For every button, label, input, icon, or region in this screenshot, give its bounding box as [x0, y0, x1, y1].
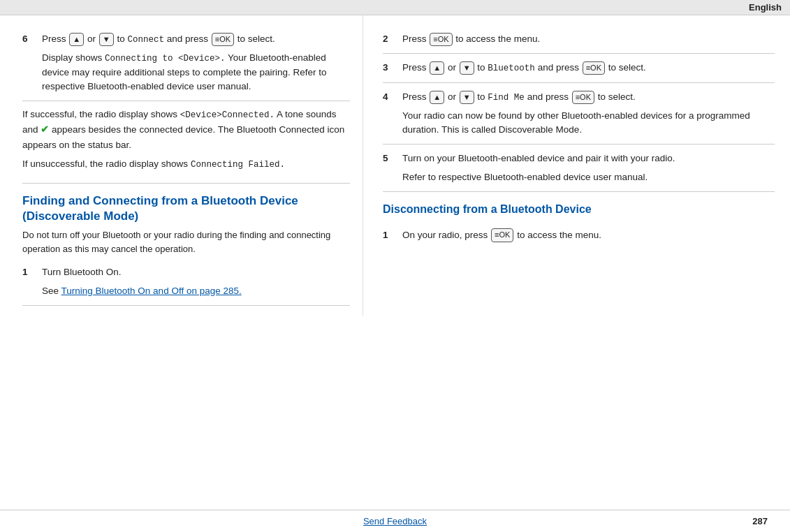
step-5-number: 5 — [383, 152, 402, 163]
step2-to-access: to access the menu. — [455, 34, 540, 44]
step-r1-number: 1 — [383, 228, 402, 240]
step4-up-btn[interactable]: ▲ — [430, 91, 444, 104]
see-label: See — [42, 286, 61, 296]
body-after-step6: If successful, the radio display shows <… — [22, 101, 350, 184]
step4-findme-mono: Find Me — [488, 93, 525, 103]
step6-connect-mono: Connect — [127, 35, 164, 45]
step4-and-press: and press — [527, 91, 571, 102]
step3-to-select: to select. — [608, 62, 646, 73]
step4-ok-btn[interactable]: ≡OK — [572, 91, 594, 104]
device-connected-mono: <Device>Connected. — [180, 110, 275, 120]
step6-display-shows: Display shows — [42, 52, 105, 63]
sub-step-1-row: 1 Turn Bluetooth On. See Turning Bluetoo… — [22, 263, 350, 306]
step5-para1: Turn on your Bluetooth-enabled device an… — [402, 152, 775, 165]
step3-or: or — [448, 62, 459, 73]
step3-down-btn[interactable]: ▼ — [460, 61, 474, 75]
step6-ok-btn[interactable]: ≡OK — [212, 33, 234, 46]
caution-text: Do not turn off your Bluetooth or your r… — [22, 228, 350, 256]
step4-press-label: Press — [402, 91, 429, 102]
step-6-number: 6 — [22, 32, 42, 44]
step3-to: to — [477, 62, 488, 73]
step3-and-press: and press — [538, 62, 582, 73]
step-3-number: 3 — [383, 61, 402, 73]
turn-bluetooth-on-label: Turn Bluetooth On. — [42, 267, 122, 277]
finding-heading: Finding and Connecting from a Bluetooth … — [22, 193, 350, 224]
step-4-number: 4 — [383, 90, 402, 102]
step-2-row: 2 Press ≡OK to access the menu. — [383, 25, 775, 54]
step6-down-btn[interactable]: ▼ — [99, 33, 114, 46]
connecting-failed-mono: Connecting Failed. — [191, 160, 285, 170]
step4-to: to — [477, 91, 488, 102]
page-number: 287 — [752, 516, 768, 526]
step-2-content: Press ≡OK to access the menu. — [402, 32, 775, 46]
step-6-row: 6 Press ▲ or ▼ to Connect and press ≡OK … — [22, 25, 350, 101]
disconnecting-section: Disconnecting from a Bluetooth Device 1 … — [383, 192, 775, 249]
step3-bluetooth-mono: Bluetooth — [488, 64, 535, 73]
step6-press-label: Press — [42, 34, 66, 44]
sub-step-1-content: Turn Bluetooth On. See Turning Bluetooth… — [42, 265, 350, 298]
sub-step-1-number: 1 — [22, 265, 42, 277]
step-r1-content: On your radio, press ≡OK to access the m… — [402, 228, 775, 242]
appears-label: appears besides the connected device. Th… — [22, 124, 344, 150]
step6-connecting-mono: Connecting to <Device>. — [105, 54, 226, 64]
step-5-row: 5 Turn on your Bluetooth-enabled device … — [383, 145, 775, 192]
step2-ok-btn[interactable]: ≡OK — [430, 33, 452, 46]
left-column: 6 Press ▲ or ▼ to Connect and press ≡OK … — [0, 15, 363, 316]
step-r1-row: 1 On your radio, press ≡OK to access the… — [383, 221, 775, 249]
step4-to-select: to select. — [598, 91, 636, 102]
disconnecting-heading: Disconnecting from a Bluetooth Device — [383, 203, 775, 216]
step-r1-to-access: to access the menu. — [517, 230, 601, 240]
step6-up-btn[interactable]: ▲ — [69, 33, 84, 46]
finding-section: Finding and Connecting from a Bluetooth … — [22, 184, 350, 306]
step-3-content: Press ▲ or ▼ to Bluetooth and press ≡OK … — [402, 61, 775, 75]
step5-para2: Refer to respective Bluetooth-enabled de… — [402, 170, 775, 184]
send-feedback-link[interactable]: Send Feedback — [363, 516, 427, 526]
step6-or-1: or — [87, 34, 96, 44]
step-r1-on-your-radio: On your radio, press — [402, 230, 490, 240]
step6-and-press: and press — [167, 34, 208, 44]
right-column: 2 Press ≡OK to access the menu. 3 Press … — [363, 15, 790, 316]
step-6-content: Press ▲ or ▼ to Connect and press ≡OK to… — [42, 32, 350, 94]
step4-or: or — [448, 91, 459, 102]
step-r1-ok-btn[interactable]: ≡OK — [491, 228, 513, 242]
if-unsuccessful-label: If unsuccessful, the radio display shows — [22, 158, 191, 169]
footer: Send Feedback 287 — [0, 510, 790, 532]
step3-ok-btn[interactable]: ≡OK — [583, 61, 605, 75]
step6-to-select: to select. — [237, 34, 275, 44]
if-successful-label: If successful, the radio display shows — [22, 109, 180, 119]
step6-to-label: to — [117, 34, 127, 44]
step-5-content: Turn on your Bluetooth-enabled device an… — [402, 152, 775, 184]
step4-down-btn[interactable]: ▼ — [460, 91, 474, 104]
step3-up-btn[interactable]: ▲ — [430, 61, 444, 75]
step4-discoverable-text: Your radio can now be found by other Blu… — [402, 109, 775, 138]
step3-press-label: Press — [402, 62, 429, 73]
top-bar: English — [0, 0, 790, 15]
step-2-number: 2 — [383, 32, 402, 44]
language-label: English — [749, 2, 782, 13]
bluetooth-page-link[interactable]: Turning Bluetooth On and Off on page 285… — [61, 286, 242, 296]
checkmark-icon: ✔ — [41, 124, 49, 135]
step-3-row: 3 Press ▲ or ▼ to Bluetooth and press ≡O… — [383, 54, 775, 83]
step-4-content: Press ▲ or ▼ to Find Me and press ≡OK to… — [402, 90, 775, 137]
step-4-row: 4 Press ▲ or ▼ to Find Me and press ≡OK … — [383, 83, 775, 145]
step2-press-label: Press — [402, 34, 429, 44]
